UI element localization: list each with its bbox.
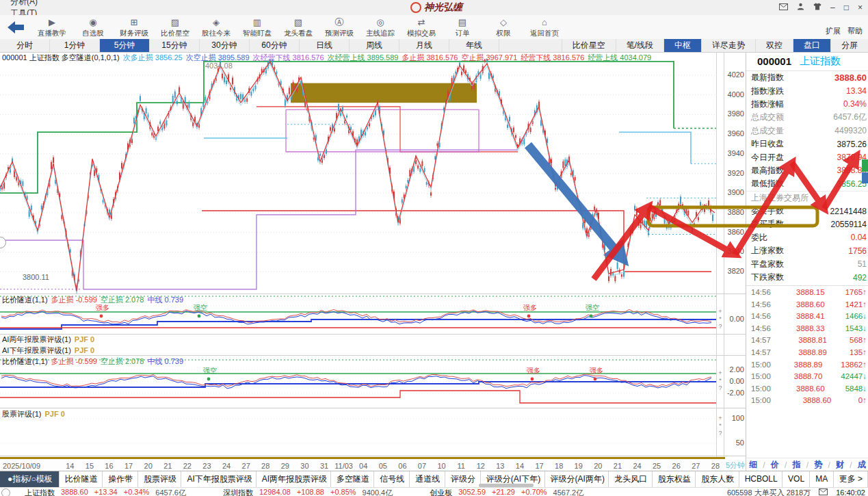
close-button[interactable]: ×: [858, 3, 863, 12]
skin-icon[interactable]: [813, 3, 821, 12]
indicator-tab-12[interactable]: 股东权益: [653, 471, 696, 488]
view-tab-2[interactable]: 中枢: [663, 39, 701, 52]
quote-label-0: 最新指数: [751, 72, 784, 83]
view-tab-1[interactable]: 笔/线段: [616, 39, 663, 52]
toolbar-item-10[interactable]: ▤订单: [442, 18, 483, 37]
main-chart[interactable]: 强多强空强多强空强空强多强多: [0, 52, 725, 457]
chart-indicator-0: 次多止损 3856.25: [123, 53, 183, 62]
indicator-tab-8[interactable]: 评级分: [445, 471, 481, 488]
indicator-tab-1[interactable]: 操作带: [103, 471, 138, 488]
chart-indicator-7: 经营上线 4034.079: [588, 53, 651, 62]
indicator-tab-7[interactable]: 通道线: [410, 471, 445, 488]
quote-row-0: 最新指数3888.60: [746, 71, 868, 84]
panel-separator-1: [0, 334, 746, 335]
period-tab-2[interactable]: 5分钟: [100, 39, 150, 52]
indicator-tab-2[interactable]: 股票评级: [138, 471, 181, 488]
period-tab-0[interactable]: 分时: [0, 39, 50, 52]
toolbar-item-7[interactable]: Ⓐ预测评级: [319, 18, 360, 37]
indicator-tab-14[interactable]: HCBOLL: [739, 471, 782, 488]
quote-value-13: 1756: [848, 246, 867, 256]
indicator-tab-11[interactable]: 龙头风口: [609, 471, 652, 488]
mini-tab-4[interactable]: 财: [836, 459, 844, 471]
period-tab-6[interactable]: 日线: [300, 39, 350, 52]
indicator-tab-17[interactable]: 更多 >: [834, 471, 868, 488]
tab-scrollbar[interactable]: [479, 484, 534, 487]
period-tab-7[interactable]: 周线: [350, 39, 399, 52]
toolbar-item-8[interactable]: ◎主线追踪: [360, 18, 401, 37]
minimize-button[interactable]: –: [830, 3, 835, 12]
panel-tools-2[interactable]: +*?: [717, 415, 724, 437]
quote-row-8: 最低指数3856.25: [746, 177, 868, 190]
toolbar-item-2[interactable]: ⊞财务评级: [114, 18, 155, 37]
view-tab-6[interactable]: 分屏: [830, 39, 868, 52]
toolbar-item-4[interactable]: ◈股往今来: [196, 18, 237, 37]
period-tab-5[interactable]: 60分钟: [250, 39, 300, 52]
period-tab-9[interactable]: 年线: [449, 39, 499, 52]
user-icon[interactable]: [797, 3, 804, 12]
toolbar-item-3[interactable]: ▨比价星空: [155, 18, 196, 37]
panel3-y-0: 100: [732, 414, 744, 422]
quote-label-9: 上海证券交易所: [751, 192, 808, 204]
period-tab-4[interactable]: 30分钟: [200, 39, 250, 52]
indicator-tab-5[interactable]: 多空隧道: [331, 471, 374, 488]
status-bar: 上证指数3888.60+13.34+0.34%6457.6亿深圳指数12984.…: [0, 487, 868, 496]
mini-tab-5[interactable]: 成: [858, 459, 866, 471]
tick-list[interactable]: 14:563888.151765↑14:563888.601421↑14:563…: [746, 285, 868, 406]
mail-icon[interactable]: [779, 3, 788, 12]
back-button[interactable]: [0, 20, 31, 35]
mini-tab-3[interactable]: 势: [814, 459, 822, 471]
panel1-y-0: 0.00: [730, 315, 744, 323]
mini-tab-2[interactable]: 指: [793, 459, 801, 471]
indicator-tab-6[interactable]: 信号线: [374, 471, 410, 488]
period-tab-1[interactable]: 1分钟: [50, 39, 100, 52]
toolbar-item-11[interactable]: ◇权限: [483, 18, 524, 37]
toolbar-item-12[interactable]: ⌂返回首页: [524, 18, 565, 37]
status-index-chg-2: +21.29: [492, 488, 515, 496]
tick-time-9: 15:00: [751, 396, 776, 404]
quote-label-6: 今日开盘: [751, 152, 784, 164]
toolbar-item-0[interactable]: ▶直播教学: [31, 18, 73, 37]
status-mail-icon[interactable]: [819, 488, 828, 496]
indicator-tab-13[interactable]: 股东人数: [696, 471, 739, 488]
tick-time-1: 14:56: [751, 300, 776, 309]
panel-tools-0[interactable]: +*?: [717, 308, 724, 330]
quote-row-12: 委比0.04: [746, 231, 868, 244]
toolbar-item-6[interactable]: ▧龙头看盘: [278, 18, 319, 37]
restore-button[interactable]: □: [844, 3, 849, 12]
mini-tab-1[interactable]: 价: [771, 459, 779, 471]
view-tab-4[interactable]: 双控: [755, 39, 793, 52]
indicator-tab-3[interactable]: AI下年报股票评级: [181, 471, 256, 488]
tabs-row: 分时1分钟5分钟15分钟30分钟60分钟日线周线月线年线 比价星空笔/线段中枢详…: [0, 39, 868, 53]
indicator-tab-15[interactable]: VOL: [782, 471, 810, 488]
panel-tools-1[interactable]: +*?: [717, 369, 724, 392]
period-tab-8[interactable]: 月线: [399, 39, 449, 52]
mini-tab-0[interactable]: 细: [749, 459, 757, 471]
quote-rows: 最新指数3888.60指数涨跌13.34指数涨幅0.34%总成交额6457.6亿…: [746, 71, 868, 284]
indicator-tab-16[interactable]: MA: [810, 471, 833, 488]
date-tick-6: 22: [178, 462, 198, 470]
tick-time-2: 14:56: [751, 312, 776, 320]
date-tick-31: 26: [666, 462, 686, 470]
y-axis-column: 4020400039803960394039203900388038603840…: [724, 52, 746, 457]
view-tab-5[interactable]: 盘口: [793, 39, 830, 52]
indicator-tab-10[interactable]: 评级分(AI两年): [545, 471, 609, 488]
indicator-tab-4[interactable]: AI两年报股票评级: [257, 471, 331, 488]
view-tab-3[interactable]: 详尽走势: [701, 39, 755, 52]
tick-price-5: 3888.89: [776, 348, 850, 356]
quote-label-11: 委买手数: [751, 218, 784, 230]
tick-vol-2: 1466↓: [845, 312, 867, 320]
indicator-tab-active[interactable]: ●指标/○模板: [0, 471, 60, 488]
toolbar-right-link-0[interactable]: 扩展: [826, 26, 841, 36]
toolbar-item-1[interactable]: ◉自选股: [73, 18, 114, 37]
date-tick-30: 25: [647, 462, 667, 470]
toolbar-item-5[interactable]: ▥智能盯盘: [237, 18, 278, 37]
period-tab-3[interactable]: 15分钟: [150, 39, 200, 52]
date-tick-28: 21: [608, 462, 628, 470]
toolbar-item-9[interactable]: ⇄模拟交易: [401, 18, 442, 37]
date-tick-5: 21: [158, 462, 178, 470]
toolbar-right-link-1[interactable]: 帮助: [847, 26, 863, 36]
menu-item-1[interactable]: 分析(A): [0, 0, 49, 8]
view-tab-0[interactable]: 比价星空: [562, 39, 616, 52]
quote-label-10: 委卖手数: [751, 205, 784, 217]
indicator-tab-0[interactable]: 比价隧道: [60, 471, 103, 488]
